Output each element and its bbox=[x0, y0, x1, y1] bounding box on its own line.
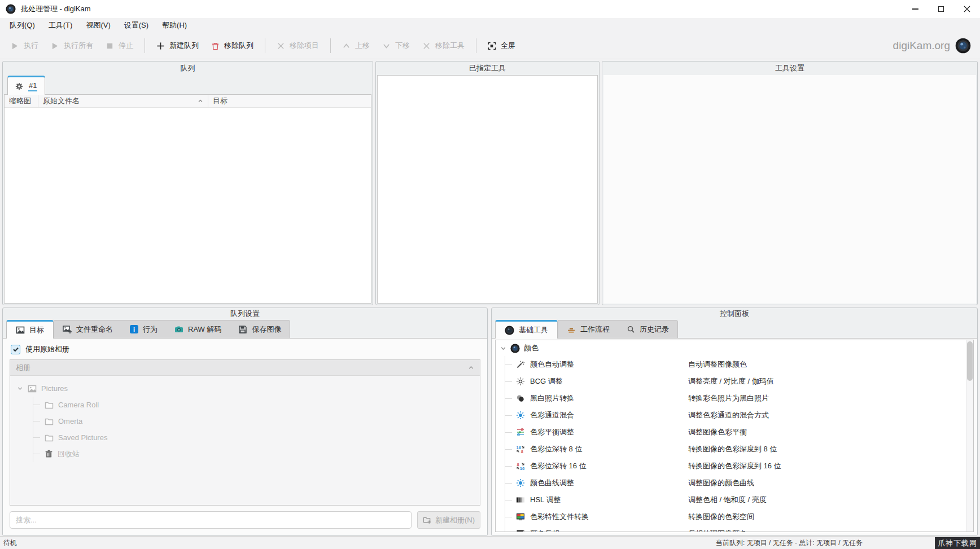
watermark: 爪神下载网 bbox=[935, 537, 980, 549]
album-children: Camera Roll Omerta Saved Pictures bbox=[33, 397, 480, 462]
remove-items-button[interactable]: 移除项目 bbox=[270, 36, 325, 56]
run-button[interactable]: 执行 bbox=[5, 36, 45, 56]
minimize-button[interactable] bbox=[902, 0, 928, 18]
tool-row[interactable]: 颜色自动调整 自动调整图像颜色 bbox=[505, 356, 973, 373]
tool-row[interactable]: 黑白照片转换 转换彩色照片为黑白照片 bbox=[505, 390, 973, 407]
expander-down-icon[interactable] bbox=[17, 385, 23, 392]
tool-row[interactable]: 颜色反相 反相处理图像颜色 bbox=[505, 525, 973, 532]
digikam-logo-icon bbox=[6, 4, 16, 14]
scrollbar-thumb[interactable] bbox=[967, 341, 973, 381]
magic-wand-icon bbox=[515, 360, 526, 369]
menu-bar: 队列(Q) 工具(T) 视图(V) 设置(S) 帮助(H) bbox=[0, 18, 980, 33]
tab-history[interactable]: 历史记录 bbox=[618, 320, 677, 338]
menu-settings[interactable]: 设置(S) bbox=[117, 18, 155, 33]
checkbox-checked-icon bbox=[11, 345, 20, 354]
folder-icon bbox=[45, 401, 54, 410]
move-down-button[interactable]: 下移 bbox=[376, 36, 416, 56]
control-panel: 控制面板 基础工具 工作流程 历史记录 bbox=[491, 308, 978, 536]
tool-row[interactable]: 色彩通道混合 调整色彩通道的混合方式 bbox=[505, 407, 973, 424]
toolbar-separator bbox=[145, 38, 145, 53]
depth-16bit-icon: 816 bbox=[515, 462, 526, 471]
album-tree: Pictures Camera Roll Omerta bbox=[10, 376, 480, 462]
menu-queue[interactable]: 队列(Q) bbox=[3, 18, 42, 33]
folder-plus-icon bbox=[423, 516, 431, 524]
queue-list: 缩略图 原始文件名 目标 bbox=[4, 94, 371, 304]
expander-down-icon[interactable] bbox=[500, 345, 506, 352]
tool-row[interactable]: 816 色彩位深转 16 位 转换图像的色彩深度到 16 位 bbox=[505, 458, 973, 475]
use-original-album-checkbox[interactable]: 使用原始相册 bbox=[11, 344, 487, 354]
main-toolbar: 执行 执行所有 停止 新建队列 移除队列 移除项目 上移 下移 移除工具 全屏 … bbox=[0, 33, 980, 59]
svg-text:8: 8 bbox=[520, 449, 523, 454]
album-item-omerta[interactable]: Omerta bbox=[33, 413, 480, 429]
tab-behavior[interactable]: i 行为 bbox=[121, 320, 166, 338]
tool-category-color[interactable]: 颜色 bbox=[496, 340, 973, 356]
album-item-camera-roll[interactable]: Camera Roll bbox=[33, 397, 480, 413]
inactive-tabs-group: 文件重命名 i 行为 RAW 解码 保存图像 bbox=[54, 320, 290, 338]
queue-settings-tab-bar: 目标 文件重命名 i 行为 RAW 解码 bbox=[3, 319, 487, 338]
new-queue-button[interactable]: 新建队列 bbox=[150, 36, 205, 56]
tool-rows: 颜色自动调整 自动调整图像颜色 BCG 调整 调整亮度 / 对比度 / 伽玛值 bbox=[505, 356, 973, 532]
remove-queue-button[interactable]: 移除队列 bbox=[205, 36, 260, 56]
inactive-tabs-group: 工作流程 历史记录 bbox=[558, 320, 678, 338]
folder-icon bbox=[45, 433, 54, 442]
tab-target[interactable]: 目标 bbox=[6, 320, 54, 339]
top-panels: 队列 #1 缩略图 原始文件名 目标 已指定工具 bbox=[0, 59, 980, 305]
column-filename[interactable]: 原始文件名 bbox=[38, 95, 208, 107]
tool-row[interactable]: BCG 调整 调整亮度 / 对比度 / 伽玛值 bbox=[505, 373, 973, 390]
brightness-icon bbox=[515, 377, 526, 386]
tool-row[interactable]: HSL 调整 调整色相 / 饱和度 / 亮度 bbox=[505, 491, 973, 508]
tool-row[interactable]: 颜色曲线调整 调整图像的颜色曲线 bbox=[505, 475, 973, 491]
depth-8bit-icon: 168 bbox=[515, 445, 526, 454]
queue-settings-body: 使用原始相册 相册 Pictures bbox=[3, 338, 487, 535]
trash-icon bbox=[211, 42, 220, 50]
tab-raw-decoding[interactable]: RAW 解码 bbox=[166, 320, 230, 338]
status-message: 待机 bbox=[0, 538, 17, 548]
search-input[interactable] bbox=[10, 511, 412, 529]
tab-workflow[interactable]: 工作流程 bbox=[558, 320, 618, 338]
title-bar: 批处理管理 - digiKam bbox=[0, 0, 980, 18]
queue-settings-panel: 队列设置 目标 文件重命名 i 行为 bbox=[2, 308, 488, 536]
new-album-button[interactable]: 新建相册(N) bbox=[417, 511, 480, 529]
album-item-saved-pictures[interactable]: Saved Pictures bbox=[33, 429, 480, 446]
status-bar: 待机 当前队列: 无项目 / 无任务 - 总计: 无项目 / 无任务 bbox=[0, 536, 980, 549]
album-selector: 相册 Pictures bbox=[10, 359, 480, 506]
gear-icon bbox=[15, 82, 23, 90]
bottom-panels: 队列设置 目标 文件重命名 i 行为 bbox=[0, 305, 980, 536]
remove-tool-button[interactable]: 移除工具 bbox=[416, 36, 471, 56]
info-icon: i bbox=[130, 325, 138, 333]
minimize-icon bbox=[912, 8, 918, 10]
maximize-button[interactable] bbox=[928, 0, 954, 18]
queue-tab-label: #1 bbox=[28, 81, 37, 91]
tool-row[interactable]: 168 色彩位深转 8 位 转换图像的色彩深度到 8 位 bbox=[505, 441, 973, 458]
invert-icon bbox=[515, 529, 526, 532]
close-button[interactable] bbox=[954, 0, 980, 18]
black-white-icon bbox=[515, 394, 526, 403]
queues-panel-title: 队列 bbox=[3, 62, 373, 75]
tab-saving-images[interactable]: 保存图像 bbox=[230, 320, 290, 338]
album-header[interactable]: 相册 bbox=[10, 360, 480, 376]
queue-tab-1[interactable]: #1 bbox=[7, 76, 45, 95]
move-up-button[interactable]: 上移 bbox=[336, 36, 376, 56]
menu-help[interactable]: 帮助(H) bbox=[155, 18, 194, 33]
album-item-trash[interactable]: 回收站 bbox=[33, 446, 480, 462]
menu-view[interactable]: 视图(V) bbox=[79, 18, 117, 33]
scrollbar-track[interactable] bbox=[966, 340, 973, 532]
collapse-icon bbox=[468, 364, 474, 371]
run-all-button[interactable]: 执行所有 bbox=[45, 36, 99, 56]
stop-button[interactable]: 停止 bbox=[99, 36, 139, 56]
x-icon bbox=[277, 42, 285, 50]
sort-ascending-icon bbox=[198, 98, 203, 104]
control-panel-body: 颜色 颜色自动调整 自动调整图像颜色 bbox=[492, 338, 977, 535]
tab-base-tools[interactable]: 基础工具 bbox=[495, 320, 558, 339]
album-item-pictures[interactable]: Pictures bbox=[10, 380, 480, 397]
menu-tools[interactable]: 工具(T) bbox=[42, 18, 80, 33]
image-plus-icon bbox=[63, 325, 72, 334]
tool-settings-body bbox=[603, 75, 976, 304]
svg-text:16: 16 bbox=[519, 466, 524, 471]
full-screen-button[interactable]: 全屏 bbox=[482, 36, 522, 56]
tool-row[interactable]: 色彩特性文件转换 转换图像的色彩空间 bbox=[505, 508, 973, 525]
column-target[interactable]: 目标 bbox=[208, 95, 371, 107]
column-thumbnail[interactable]: 缩略图 bbox=[5, 95, 38, 107]
tab-file-renaming[interactable]: 文件重命名 bbox=[54, 320, 121, 338]
tool-row[interactable]: 色彩平衡调整 调整图像色彩平衡 bbox=[505, 424, 973, 441]
